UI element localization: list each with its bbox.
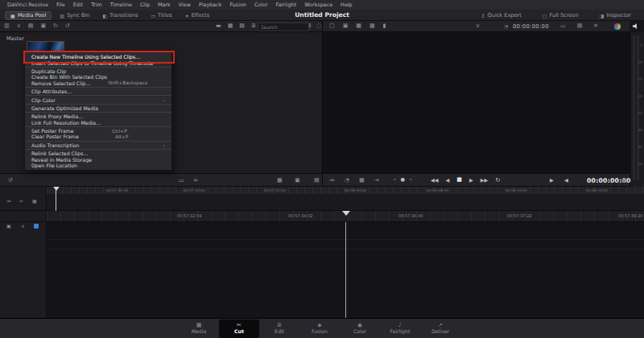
edit-function-icon[interactable]: ▦ xyxy=(277,178,283,183)
context-menu-item[interactable]: Remove Selected Clip... Shift+Backspace xyxy=(25,80,171,86)
menu-item[interactable]: Playback xyxy=(195,2,226,8)
timeline-tool-icon[interactable]: ▦ xyxy=(32,199,37,204)
context-menu-item[interactable]: Set Poster Frame Ctrl+P xyxy=(25,128,171,134)
context-menu-item[interactable]: Clip Attributes... xyxy=(25,89,171,94)
page-tab[interactable]: ▦ Media xyxy=(179,319,219,338)
panel-toggle-button[interactable]: ▥Sync Bin xyxy=(55,11,94,20)
color-wheel-icon[interactable] xyxy=(614,23,621,30)
page-tab[interactable]: ✂ Cut xyxy=(219,319,259,338)
context-menu-item[interactable]: Reveal in Media Storage xyxy=(25,156,171,162)
viewer-mode-icon[interactable]: ▮ xyxy=(383,23,386,29)
context-menu-item[interactable]: Generate Optimized Media xyxy=(25,105,171,111)
context-menu-item[interactable]: Relink Selected Clips... xyxy=(25,150,171,156)
menu-item[interactable]: Edit xyxy=(69,2,87,8)
menu-item[interactable]: Fairlight xyxy=(272,2,301,8)
menu-item[interactable]: Trim xyxy=(87,2,106,8)
pool-view-icon[interactable]: ▦ xyxy=(228,23,233,29)
menu-item[interactable]: Color xyxy=(250,2,272,8)
timeline-tool-icon[interactable]: ✂ xyxy=(19,199,23,204)
header-action-button[interactable]: ▢Full Screen xyxy=(538,11,584,20)
viewer-mode-icon[interactable]: ▩ xyxy=(369,23,375,29)
pool-toolbar-icon[interactable]: ▥ xyxy=(4,23,10,29)
go-to-start-button[interactable]: ◀◀ xyxy=(431,178,439,183)
mini-timeline-ruler[interactable]: 00:57:36:0000:57:44:0000:57:52:0000:58:0… xyxy=(47,187,644,194)
edit-function-icon[interactable]: ▣ xyxy=(295,178,300,183)
panel-toggle-button[interactable]: ▦Media Pool xyxy=(5,11,52,20)
header-action-button[interactable]: ↥Quick Export xyxy=(476,11,526,20)
stop-button[interactable]: ■ xyxy=(456,177,462,183)
panel-toggle-button[interactable]: ▭Titles xyxy=(146,11,176,20)
transport-tool-icon[interactable]: ▦ xyxy=(359,178,365,183)
timecode-option-icon[interactable] xyxy=(622,179,626,183)
context-menu-item[interactable]: Clip Color › xyxy=(25,97,171,102)
search-input[interactable] xyxy=(258,23,309,31)
timeline-tracks[interactable]: ▣+ xyxy=(0,222,644,318)
viewer-mode-icon[interactable]: ▢ xyxy=(329,23,335,29)
track-color-indicator[interactable] xyxy=(34,224,39,229)
menu-item[interactable]: View xyxy=(175,2,195,8)
context-menu-item[interactable]: Open File Location xyxy=(25,163,171,168)
pool-view-icon[interactable]: ≣ xyxy=(251,23,256,29)
context-menu-item[interactable]: Link Full Resolution Media... xyxy=(25,120,171,126)
pool-view-icon[interactable]: ▤ xyxy=(239,23,245,29)
jog-control[interactable]: ● xyxy=(400,177,404,182)
pool-toolbar-icon[interactable]: ↻ xyxy=(53,23,58,29)
timeline-ruler-zoomed[interactable]: 00:57:32:0400:57:34:0200:57:36:0000:57:3… xyxy=(0,211,644,222)
pool-toolbar-icon[interactable]: ▤ xyxy=(28,23,34,29)
sort-icon[interactable]: ↕ xyxy=(308,23,312,29)
pool-toolbar-icon[interactable]: ↺ xyxy=(65,23,70,29)
pool-toolbar-icon[interactable]: ▣ xyxy=(40,23,46,29)
menu-item[interactable]: Clip xyxy=(136,2,154,8)
menu-item[interactable]: Timeline xyxy=(106,2,136,8)
viewer-mode-icon[interactable]: ▦ xyxy=(356,23,361,29)
edit-function-icon[interactable]: ≍ xyxy=(193,178,198,183)
page-tab[interactable]: ♪ Fairlight xyxy=(380,319,420,338)
mini-playhead-marker[interactable] xyxy=(53,187,60,191)
playhead-marker[interactable] xyxy=(342,211,350,216)
viewer-option-icon[interactable]: ✕ xyxy=(593,23,598,29)
edit-function-icon[interactable]: ↺ xyxy=(8,178,13,183)
edit-function-icon[interactable]: ▤ xyxy=(314,178,320,183)
context-menu-item[interactable]: Create Bin With Selected Clips xyxy=(25,74,171,80)
pool-toolbar-icon[interactable]: ∨ xyxy=(17,23,21,29)
goto-next-edit-button[interactable]: ▶ xyxy=(550,178,554,183)
play-button[interactable]: ▶ xyxy=(469,178,473,183)
transport-tool-icon[interactable]: ≔ xyxy=(329,178,335,183)
transport-tool-icon[interactable]: ⇥ xyxy=(374,178,379,183)
menu-item[interactable]: Fusion xyxy=(225,2,250,8)
page-tab[interactable]: ◉ Color xyxy=(340,319,380,338)
play-reverse-button[interactable]: ◀ xyxy=(446,178,450,183)
panel-toggle-button[interactable]: ◧Transitions xyxy=(97,11,142,20)
page-tab[interactable]: ◈ Fusion xyxy=(299,319,340,338)
more-options-icon[interactable]: ◌ xyxy=(316,23,321,29)
timeline-tool-icon[interactable]: ≔ xyxy=(6,199,11,204)
clip-dropdown-chevron-icon[interactable]: ∨ xyxy=(476,23,480,29)
track-tool-icon[interactable]: + xyxy=(21,224,25,229)
track-tool-icon[interactable]: ▣ xyxy=(6,224,11,229)
breadcrumb[interactable]: Master xyxy=(6,35,24,42)
header-action-button[interactable]: ◨Inspector xyxy=(595,11,636,20)
menu-item[interactable]: DaVinci Resolve xyxy=(3,2,52,8)
menu-item[interactable]: Mark xyxy=(154,2,175,8)
context-menu-item[interactable]: Clear Poster Frame Alt+P xyxy=(25,134,171,139)
playhead-line[interactable] xyxy=(345,222,346,318)
viewer-option-icon[interactable]: ▤ xyxy=(577,23,583,29)
edit-function-icon[interactable]: ▭ xyxy=(179,178,184,183)
goto-prev-edit-button[interactable]: ◀ xyxy=(564,178,568,183)
mini-timeline[interactable]: ≔✂▦ 00:57:36:0000:57:44:0000:57:52:0000:… xyxy=(0,187,644,211)
viewer-panel[interactable] xyxy=(322,32,630,173)
menu-item[interactable]: Help xyxy=(336,2,357,8)
menu-item[interactable]: File xyxy=(52,2,69,8)
go-to-end-button[interactable]: ▶▶ xyxy=(481,178,489,183)
speaker-icon[interactable] xyxy=(633,23,638,29)
transport-tool-icon[interactable]: ◔ xyxy=(345,178,349,183)
jog-control[interactable]: ‹ xyxy=(394,177,395,182)
viewer-mode-icon[interactable]: ▣ xyxy=(343,23,349,29)
context-menu-item[interactable]: Audio Transcription › xyxy=(25,142,171,148)
menu-item[interactable]: Workspace xyxy=(300,2,336,8)
panel-toggle-button[interactable]: ✦Effects xyxy=(180,11,214,20)
page-tab[interactable]: ↗ Deliver xyxy=(420,319,460,338)
context-menu-item[interactable]: Relink Proxy Media... xyxy=(25,113,171,119)
jog-control[interactable]: › xyxy=(410,177,411,182)
pool-view-icon[interactable]: ▬ xyxy=(216,23,221,29)
